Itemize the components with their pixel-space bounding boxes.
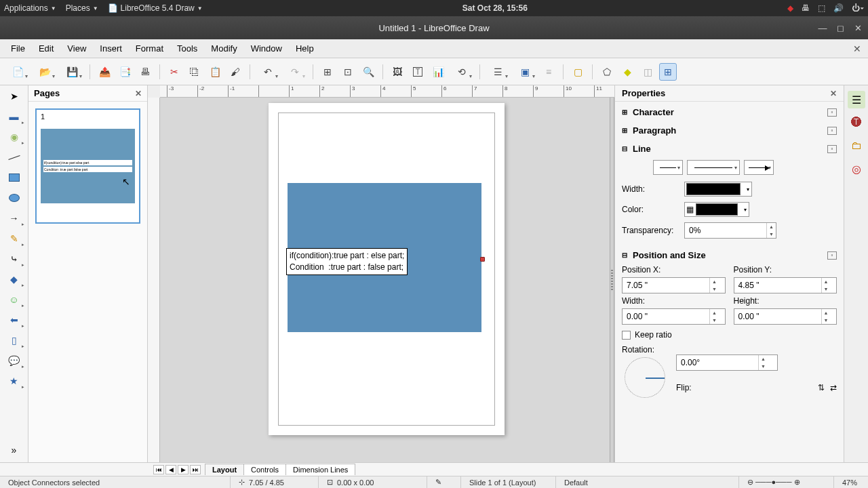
menu-modify[interactable]: Modify (205, 41, 242, 56)
line-section[interactable]: ⊟Line▫ (622, 142, 837, 156)
page-thumbnail[interactable]: 1 if(condition):true part else part Cond… (35, 108, 140, 224)
sidebar-toggle-button[interactable]: ⊞ (659, 63, 677, 81)
more-icon[interactable]: ▫ (827, 127, 837, 135)
line-style-select[interactable] (687, 160, 740, 175)
arrow-tool[interactable]: → (5, 210, 24, 226)
menu-format[interactable]: Format (130, 41, 169, 56)
callout-tool[interactable]: 💬 (5, 352, 24, 369)
applications-menu[interactable]: Applications▼ (4, 3, 56, 13)
pdf-button[interactable]: 📑 (116, 63, 134, 81)
save-button[interactable]: 💾 (60, 63, 84, 81)
chart-button[interactable]: 📊 (429, 63, 447, 81)
styles-tab[interactable]: 🅣 (848, 114, 865, 131)
curve-tool[interactable]: ✎ (5, 230, 24, 247)
open-button[interactable]: 📂 (33, 63, 57, 81)
position-size-section[interactable]: ⊟Position and Size▫ (622, 248, 837, 262)
posx-input[interactable]: ▲▼ (622, 277, 726, 293)
undo-button[interactable]: ↶ (256, 63, 280, 81)
ellipse-tool[interactable] (5, 190, 24, 206)
horizontal-ruler[interactable]: -3-2 -1 12 34 56 78 910 11 (160, 85, 614, 98)
image-button[interactable]: 🖼 (389, 63, 406, 81)
network-icon[interactable]: ⬚ (818, 3, 825, 13)
height-input[interactable]: ▲▼ (734, 308, 837, 325)
export-button[interactable]: 📤 (96, 63, 113, 81)
selection-tool[interactable]: ➤ (5, 88, 24, 104)
power-icon[interactable]: ⏻▾ (852, 3, 864, 13)
vertical-ruler[interactable] (148, 98, 160, 462)
copy-button[interactable]: ⿻ (186, 63, 203, 81)
drawing-viewport[interactable]: if(condition):true part : else part; Con… (160, 98, 610, 462)
paste-button[interactable]: 📋 (206, 63, 224, 81)
flip-vertical-button[interactable]: ⇅ (818, 383, 825, 392)
star-tool[interactable]: ★ (5, 373, 24, 389)
arrange-button[interactable]: ▣ (513, 63, 537, 81)
format-paint-button[interactable]: 🖌 (226, 63, 244, 81)
properties-close-icon[interactable]: ✕ (830, 89, 837, 98)
posy-input[interactable]: ▲▼ (734, 277, 837, 293)
align-button[interactable]: ☰ (486, 63, 510, 81)
cut-button[interactable]: ✂ (165, 63, 183, 81)
page[interactable]: if(condition):true part : else part; Con… (269, 103, 505, 435)
more-icon[interactable]: ▫ (827, 145, 837, 153)
update-icon[interactable]: ◆ (787, 3, 793, 13)
symbol-shapes-tool[interactable]: ☺ (5, 291, 24, 308)
menu-view[interactable]: View (62, 41, 92, 56)
minimize-button[interactable]: — (816, 22, 829, 34)
paragraph-section[interactable]: ⊞Paragraph▫ (622, 123, 837, 138)
first-page-button[interactable]: ⏮ (153, 465, 164, 474)
printer-icon[interactable]: 🖶 (802, 3, 810, 13)
selection-handle[interactable] (480, 257, 485, 262)
rotation-input[interactable]: ▲▼ (676, 354, 778, 371)
text-frame[interactable]: if(condition):true part : else part; Con… (286, 248, 408, 275)
more-icon[interactable]: ▫ (827, 108, 837, 117)
prev-page-button[interactable]: ◀ (165, 465, 176, 474)
next-page-button[interactable]: ▶ (178, 465, 189, 474)
navigator-tab[interactable]: ◎ (848, 160, 865, 178)
line-color-tool[interactable]: ▬ (5, 108, 24, 125)
fill-button[interactable]: ◆ (618, 63, 636, 81)
line-width-select[interactable] (684, 182, 752, 197)
close-button[interactable]: ✕ (852, 22, 864, 34)
extrude-button[interactable]: ◫ (639, 63, 656, 81)
character-section[interactable]: ⊞Character▫ (622, 105, 837, 119)
crop-button[interactable]: ⬠ (598, 63, 616, 81)
current-app[interactable]: 📄LibreOffice 5.4 Draw▼ (108, 3, 203, 13)
rotation-dial[interactable] (625, 357, 665, 398)
menu-tools[interactable]: Tools (172, 41, 203, 56)
volume-icon[interactable]: 🔊 (833, 3, 844, 13)
line-color-select[interactable]: ▦ (684, 202, 749, 217)
document-close-icon[interactable]: ✕ (853, 43, 861, 54)
clock[interactable]: Sat Oct 28, 15:56 (203, 3, 787, 13)
connector-tool[interactable]: ⤷ (5, 251, 24, 267)
arrow-start-select[interactable] (653, 160, 683, 175)
rotate-button[interactable]: ⟲ (450, 63, 474, 81)
shadow-button[interactable]: ▢ (569, 63, 587, 81)
zoom-button[interactable]: 🔍 (359, 63, 377, 81)
zoom-slider[interactable]: ⊖ ───●─── ⊕ (739, 476, 834, 488)
transparency-input[interactable]: ▲▼ (684, 222, 776, 239)
pages-close-icon[interactable]: ✕ (135, 89, 142, 98)
tab-layout[interactable]: Layout (205, 464, 244, 475)
menu-file[interactable]: File (5, 41, 31, 56)
fill-color-tool[interactable]: ◉ (5, 129, 24, 145)
flip-horizontal-button[interactable]: ⇄ (830, 383, 837, 392)
new-button[interactable]: 📄 (5, 63, 30, 81)
basic-shapes-tool[interactable]: ◆ (5, 271, 24, 287)
snap-button[interactable]: ⊡ (339, 63, 357, 81)
gallery-tab[interactable]: 🗀 (848, 137, 865, 155)
line-tool[interactable] (5, 149, 24, 165)
textbox-button[interactable]: 🅃 (409, 63, 427, 81)
zoom-value[interactable]: 47% (834, 476, 868, 488)
width-input[interactable]: ▲▼ (622, 308, 726, 325)
more-icon[interactable]: ▫ (827, 251, 837, 260)
redo-button[interactable]: ↷ (283, 63, 307, 81)
flowchart-tool[interactable]: ▯ (5, 332, 24, 348)
menu-edit[interactable]: Edit (33, 41, 59, 56)
maximize-button[interactable]: ◻ (834, 22, 846, 34)
block-arrows-tool[interactable]: ⬅ (5, 312, 24, 328)
menu-window[interactable]: Window (245, 41, 288, 56)
rectangle-tool[interactable] (5, 169, 24, 186)
menu-help[interactable]: Help (290, 41, 319, 56)
tab-dimension-lines[interactable]: Dimension Lines (285, 464, 355, 475)
menu-insert[interactable]: Insert (94, 41, 127, 56)
